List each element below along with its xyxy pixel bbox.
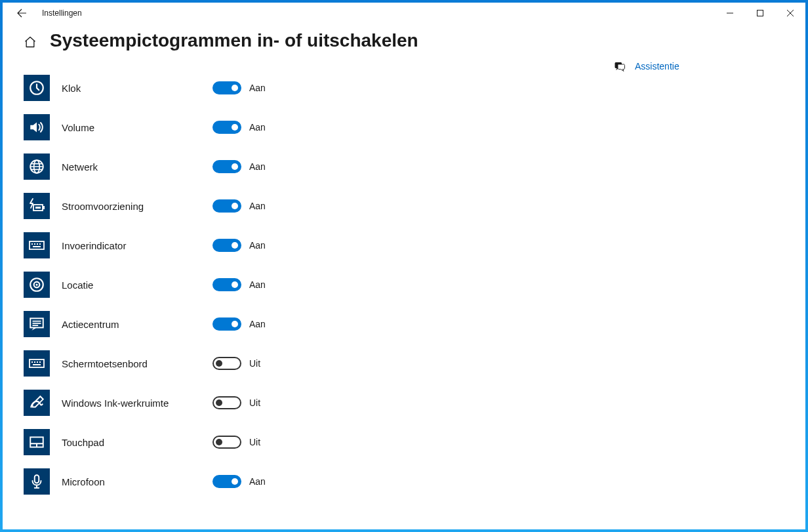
svg-rect-22 bbox=[33, 364, 41, 365]
svg-rect-19 bbox=[34, 361, 35, 363]
toggle-state-label: Uit bbox=[249, 398, 260, 408]
window-title: Instellingen bbox=[42, 9, 82, 18]
row-label: Actiecentrum bbox=[62, 319, 212, 330]
location-icon bbox=[24, 272, 50, 298]
toggle-state-label: Uit bbox=[249, 437, 260, 447]
volume-icon bbox=[24, 114, 50, 140]
svg-rect-0 bbox=[758, 10, 763, 16]
svg-rect-21 bbox=[39, 361, 41, 363]
touch-keyboard-icon bbox=[24, 350, 50, 377]
svg-rect-5 bbox=[35, 207, 41, 209]
svg-rect-11 bbox=[39, 243, 41, 245]
microphone-icon bbox=[24, 468, 50, 495]
row-label: Windows Ink-werkruimte bbox=[62, 398, 212, 409]
side-panel: Assistentie bbox=[614, 30, 784, 529]
main-column: Systeempictogrammen in- of uitschakelen … bbox=[24, 30, 614, 529]
row-action-center: ActiecentrumAan bbox=[24, 304, 417, 344]
touchpad-icon bbox=[24, 429, 50, 455]
row-location: LocatieAan bbox=[24, 265, 417, 304]
assist-link[interactable]: Assistentie bbox=[614, 60, 784, 72]
row-microphone: MicrofoonAan bbox=[24, 462, 417, 501]
toggle-state-label: Aan bbox=[249, 83, 266, 93]
action-center-icon bbox=[24, 311, 50, 337]
minimize-icon bbox=[727, 10, 733, 16]
row-label: Schermtoetsenbord bbox=[62, 358, 212, 369]
touch-keyboard-toggle[interactable] bbox=[212, 357, 241, 370]
toggle-state-label: Uit bbox=[249, 358, 260, 369]
row-label: Microfoon bbox=[62, 476, 212, 487]
row-windows-ink: Windows Ink-werkruimteUit bbox=[24, 383, 417, 422]
row-volume: VolumeAan bbox=[24, 108, 417, 147]
row-touch-keyboard: SchermtoetsenbordUit bbox=[24, 344, 417, 383]
power-icon bbox=[24, 193, 50, 219]
minimize-button[interactable] bbox=[715, 3, 745, 24]
header-row: Systeempictogrammen in- of uitschakelen bbox=[24, 30, 614, 51]
maximize-button[interactable] bbox=[745, 3, 775, 24]
input-indicator-icon bbox=[24, 232, 50, 258]
arrow-left-icon bbox=[16, 8, 27, 18]
location-toggle[interactable] bbox=[212, 278, 241, 291]
clock-icon bbox=[24, 75, 50, 101]
network-icon bbox=[24, 153, 50, 180]
toggle-state-label: Aan bbox=[249, 201, 266, 211]
clock-toggle[interactable] bbox=[212, 81, 241, 94]
row-input-indicator: InvoerindicatorAan bbox=[24, 226, 417, 265]
svg-rect-12 bbox=[33, 246, 41, 247]
svg-rect-6 bbox=[43, 206, 45, 209]
windows-ink-toggle[interactable] bbox=[212, 396, 241, 409]
touchpad-toggle[interactable] bbox=[212, 436, 241, 449]
maximize-icon bbox=[757, 10, 763, 16]
close-icon bbox=[787, 10, 794, 16]
network-toggle[interactable] bbox=[212, 160, 241, 173]
row-clock: KlokAan bbox=[24, 68, 417, 108]
toggle-state-label: Aan bbox=[249, 476, 266, 487]
svg-rect-17 bbox=[30, 359, 44, 367]
window-controls bbox=[715, 3, 805, 24]
svg-rect-24 bbox=[35, 475, 39, 483]
row-touchpad: TouchpadUit bbox=[24, 422, 417, 462]
icon-toggle-list: KlokAanVolumeAanNetwerkAanStroomvoorzien… bbox=[24, 68, 614, 501]
toggle-state-label: Aan bbox=[249, 161, 266, 172]
input-indicator-toggle[interactable] bbox=[212, 239, 241, 252]
row-network: NetwerkAan bbox=[24, 147, 417, 186]
row-label: Netwerk bbox=[62, 161, 212, 173]
row-label: Volume bbox=[62, 122, 212, 133]
home-icon[interactable] bbox=[24, 35, 37, 49]
svg-rect-20 bbox=[37, 361, 38, 363]
svg-rect-8 bbox=[31, 243, 33, 245]
windows-ink-icon bbox=[24, 390, 50, 416]
volume-toggle[interactable] bbox=[212, 121, 241, 134]
settings-window: Instellingen Systeempictogrammen in- of … bbox=[3, 3, 805, 529]
action-center-toggle[interactable] bbox=[212, 317, 241, 331]
microphone-toggle[interactable] bbox=[212, 475, 241, 488]
svg-rect-10 bbox=[37, 243, 38, 245]
toggle-state-label: Aan bbox=[249, 122, 266, 133]
svg-rect-7 bbox=[30, 241, 44, 249]
toggle-state-label: Aan bbox=[249, 240, 266, 251]
row-label: Klok bbox=[62, 83, 212, 94]
assist-label: Assistentie bbox=[635, 61, 679, 72]
svg-rect-9 bbox=[34, 243, 35, 245]
row-label: Locatie bbox=[62, 279, 212, 291]
toggle-state-label: Aan bbox=[249, 319, 266, 329]
row-power: StroomvoorzieningAan bbox=[24, 186, 417, 226]
row-label: Stroomvoorziening bbox=[62, 201, 212, 212]
row-label: Invoerindicator bbox=[62, 240, 212, 251]
content-area: Systeempictogrammen in- of uitschakelen … bbox=[3, 24, 805, 529]
row-label: Touchpad bbox=[62, 437, 212, 448]
back-button[interactable] bbox=[10, 3, 33, 24]
title-bar: Instellingen bbox=[3, 3, 805, 24]
page-title: Systeempictogrammen in- of uitschakelen bbox=[50, 30, 418, 51]
power-toggle[interactable] bbox=[212, 199, 241, 213]
svg-rect-18 bbox=[31, 361, 33, 363]
svg-point-15 bbox=[35, 283, 37, 285]
assist-icon bbox=[614, 60, 626, 72]
close-button[interactable] bbox=[775, 3, 805, 24]
toggle-state-label: Aan bbox=[249, 279, 266, 290]
